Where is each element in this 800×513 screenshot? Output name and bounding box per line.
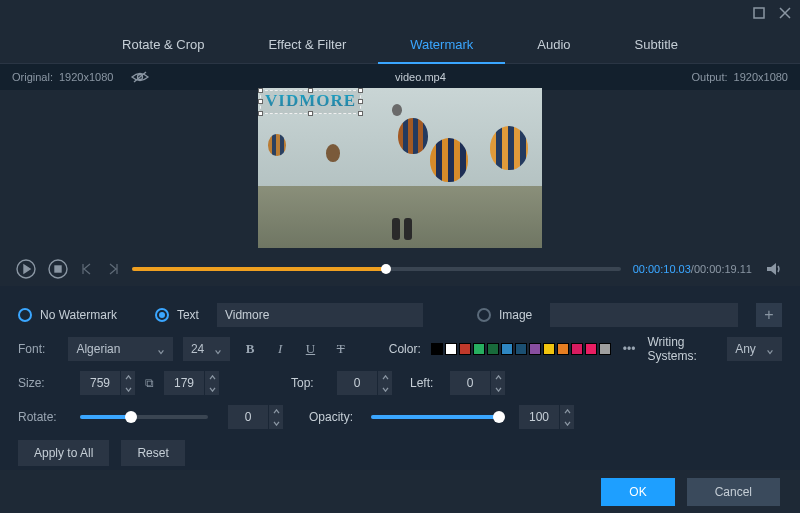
bold-button[interactable]: B [240,337,260,361]
rotate-spinbox[interactable] [228,405,283,429]
text-radio-label: Text [177,308,199,322]
spin-down-icon[interactable] [491,383,505,395]
italic-button[interactable]: I [270,337,290,361]
chevron-down-icon [214,345,222,353]
reset-button[interactable]: Reset [121,440,184,466]
strikethrough-button[interactable]: T [331,337,351,361]
filename-label: video.mp4 [395,71,446,83]
next-frame-icon[interactable] [106,262,120,276]
spin-up-icon[interactable] [491,371,505,383]
left-spinbox[interactable] [450,371,505,395]
spin-down-icon[interactable] [560,417,574,429]
font-size-select[interactable]: 24 [183,337,230,361]
preview-frame[interactable]: Vidmore [258,88,542,248]
underline-button[interactable]: U [300,337,320,361]
prev-frame-icon[interactable] [80,262,94,276]
color-swatch[interactable] [459,343,471,355]
more-colors-button[interactable]: ••• [621,342,638,356]
spin-up-icon[interactable] [560,405,574,417]
color-swatch[interactable] [571,343,583,355]
height-spinbox[interactable] [164,371,219,395]
maximize-icon[interactable] [752,6,766,20]
apply-to-all-button[interactable]: Apply to All [18,440,109,466]
font-family-select[interactable]: Algerian [68,337,173,361]
color-label: Color: [389,342,421,356]
output-label: Output: [691,71,727,83]
time-display: 00:00:10.03/00:00:19.11 [633,263,752,275]
color-swatch[interactable] [445,343,457,355]
info-bar: Original: 1920x1080 video.mp4 Output: 19… [0,64,800,90]
tab-bar: Rotate & Crop Effect & Filter Watermark … [0,26,800,64]
color-swatch[interactable] [473,343,485,355]
current-time: 00:00:10.03 [633,263,691,275]
left-label: Left: [410,376,440,390]
spin-down-icon[interactable] [269,417,283,429]
rotate-slider[interactable] [80,415,208,419]
color-swatch[interactable] [431,343,443,355]
tab-rotate-crop[interactable]: Rotate & Crop [90,26,236,64]
color-swatch[interactable] [585,343,597,355]
color-swatch[interactable] [487,343,499,355]
color-swatch[interactable] [599,343,611,355]
width-input[interactable] [80,376,120,390]
image-path-box[interactable] [550,303,738,327]
titlebar [0,0,800,26]
watermark-text-input[interactable] [217,303,423,327]
rotate-label: Rotate: [18,410,70,424]
volume-icon[interactable] [764,259,784,279]
spin-up-icon[interactable] [121,371,135,383]
stop-icon[interactable] [48,259,68,279]
left-input[interactable] [450,376,490,390]
radio-no-watermark[interactable] [18,308,32,322]
writing-systems-label: Writing Systems: [647,335,717,363]
radio-text[interactable] [155,308,169,322]
top-spinbox[interactable] [337,371,392,395]
seek-bar[interactable] [132,267,621,271]
original-resolution: 1920x1080 [59,71,113,83]
opacity-spinbox[interactable] [519,405,574,429]
close-icon[interactable] [778,6,792,20]
ok-button[interactable]: OK [601,478,674,506]
spin-down-icon[interactable] [121,383,135,395]
size-label: Size: [18,376,70,390]
tab-watermark[interactable]: Watermark [378,26,505,64]
spin-up-icon[interactable] [378,371,392,383]
spin-down-icon[interactable] [205,383,219,395]
tab-subtitle[interactable]: Subtitle [603,26,710,64]
svg-rect-0 [754,8,764,18]
link-aspect-icon[interactable]: ⧉ [145,376,154,390]
no-watermark-label: No Watermark [40,308,117,322]
color-swatch[interactable] [515,343,527,355]
color-swatch[interactable] [557,343,569,355]
tab-audio[interactable]: Audio [505,26,602,64]
watermark-overlay-text: Vidmore [265,91,356,110]
opacity-input[interactable] [519,410,559,424]
video-preview: Vidmore [0,90,800,252]
top-label: Top: [291,376,327,390]
top-input[interactable] [337,376,377,390]
play-icon[interactable] [16,259,36,279]
font-label: Font: [18,342,58,356]
spin-down-icon[interactable] [378,383,392,395]
watermark-box[interactable]: Vidmore [260,90,361,114]
spin-up-icon[interactable] [269,405,283,417]
writing-systems-select[interactable]: Any [727,337,782,361]
opacity-label: Opacity: [309,410,361,424]
total-time: 00:00:19.11 [694,263,752,275]
color-swatch[interactable] [543,343,555,355]
height-input[interactable] [164,376,204,390]
opacity-slider[interactable] [371,415,499,419]
add-image-button[interactable]: + [756,303,782,327]
color-swatch[interactable] [501,343,513,355]
spin-up-icon[interactable] [205,371,219,383]
radio-image[interactable] [477,308,491,322]
width-spinbox[interactable] [80,371,135,395]
tab-effect-filter[interactable]: Effect & Filter [236,26,378,64]
eye-off-icon[interactable] [131,70,149,84]
svg-rect-4 [55,266,61,272]
color-swatch[interactable] [529,343,541,355]
play-bar: 00:00:10.03/00:00:19.11 [0,252,800,286]
cancel-button[interactable]: Cancel [687,478,780,506]
chevron-down-icon [766,345,774,353]
rotate-input[interactable] [228,410,268,424]
